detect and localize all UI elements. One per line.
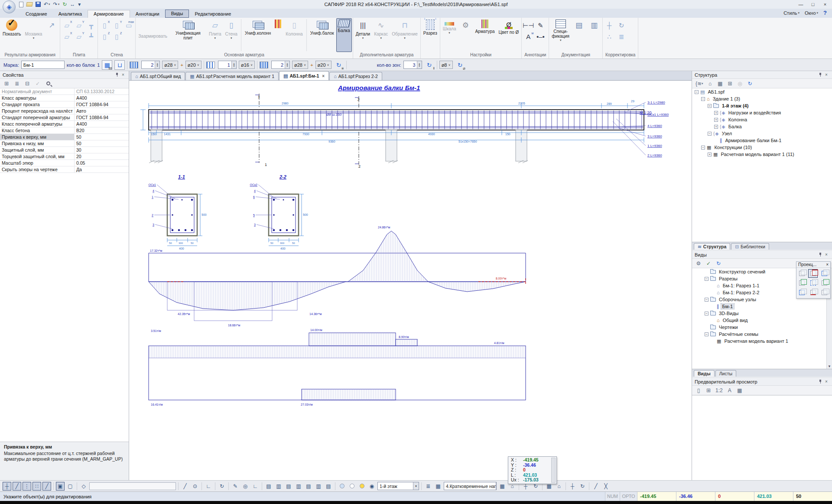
menu-tab-Армирование[interactable]: Армирование xyxy=(88,10,130,18)
wall-drop-button[interactable]: ▯Стена▾ xyxy=(224,18,239,52)
screen-lock-button[interactable]: ▣ xyxy=(56,482,65,491)
pin-icon[interactable] xyxy=(817,379,823,384)
zones-count-spinner[interactable]: 3 ▲▼ xyxy=(403,61,422,69)
screen-unlock-button[interactable]: ▢ xyxy=(66,482,75,491)
maximize-button[interactable]: □ xyxy=(807,0,819,8)
search-icon[interactable] xyxy=(45,80,51,87)
tree-item-Расчётные схемы[interactable]: −Расчётные схемы xyxy=(696,331,832,338)
grid-small-button[interactable]: ▦ xyxy=(434,482,442,491)
expand-icon[interactable]: − xyxy=(701,97,705,101)
rebar-bars-button[interactable] xyxy=(273,18,283,52)
home-icon[interactable]: ⌂ xyxy=(707,80,713,87)
proj-axon-icon[interactable] xyxy=(819,288,829,297)
preview-scale-icon[interactable]: 1:2 xyxy=(715,387,723,394)
expand-icon[interactable]: − xyxy=(705,277,708,281)
save-button[interactable] xyxy=(36,2,41,7)
open-folder-button[interactable] xyxy=(26,2,32,7)
proj-top-icon[interactable] xyxy=(808,269,818,278)
bottom-rebar-count-spinner[interactable]: 2 ▲▼ xyxy=(271,61,290,69)
expand-icon[interactable]: − xyxy=(705,298,708,302)
proj-iso-icon[interactable] xyxy=(797,288,806,297)
mid-rebar-count-spinner[interactable]: 1 ▲▼ xyxy=(218,61,237,69)
visibility-off-button[interactable] xyxy=(348,482,356,491)
menu-tab-Редактирование[interactable]: Редактирование xyxy=(189,10,237,18)
binoculars-icon[interactable]: ◎ xyxy=(737,80,743,87)
sheet-button[interactable]: ▤ xyxy=(572,18,586,52)
snap-grid-button[interactable]: ┼ xyxy=(3,482,11,491)
punch-top-button[interactable]: ┳ xyxy=(85,20,97,30)
plate-drop-button[interactable]: ▱Плита▾ xyxy=(207,18,223,52)
snap-axis-button[interactable]: ╱ xyxy=(13,482,21,491)
edit-list-button[interactable]: ≣ xyxy=(616,31,627,42)
marka-input[interactable]: Бм-1 xyxy=(21,61,65,69)
punch-bottom-button[interactable]: ┻ xyxy=(85,31,97,42)
apply-check-icon[interactable]: ✓ xyxy=(35,80,41,87)
rotate-reset-button[interactable]: ↻ xyxy=(218,482,226,491)
rebar-legend-button[interactable]: Арматура xyxy=(473,18,496,52)
stirrup-d-dropdown[interactable]: ø8∨ xyxy=(439,61,453,69)
workplane-button[interactable]: ◇ xyxy=(79,482,88,491)
snap-segment-button[interactable]: ╱ xyxy=(42,482,51,491)
drawing-canvas[interactable]: Армирование балки Бм-11212М 1:2029802205… xyxy=(129,81,692,480)
new-file-button[interactable] xyxy=(19,2,23,7)
redo-button[interactable]: ↷▾ xyxy=(53,1,60,7)
unify-plates-button[interactable]: Унификация плит xyxy=(169,18,207,52)
settings-gear-button[interactable]: ⚙ xyxy=(458,18,473,52)
show-results-button[interactable]: Показать xyxy=(1,18,23,52)
move-nodes-button[interactable]: ∴ xyxy=(604,31,615,42)
expand-icon[interactable]: + xyxy=(714,111,718,115)
expand-icon[interactable]: + xyxy=(714,118,718,122)
qat-more-button[interactable]: ▾ xyxy=(78,1,81,7)
move-button[interactable]: ┼ xyxy=(568,482,577,491)
specification-button[interactable]: Специ- фикация▾ xyxy=(550,18,571,52)
snap-guides-button[interactable]: ⋮ xyxy=(23,482,31,491)
property-row[interactable]: Класс бетонаB20 xyxy=(0,127,129,134)
rotate-button[interactable]: ↻ xyxy=(578,482,587,491)
plate-arm-x2-button[interactable]: ▱X xyxy=(61,31,72,42)
tree-item-Общий вид[interactable]: ⌂Общий вид xyxy=(696,317,832,324)
property-row[interactable]: Привязка к низу, мм50 xyxy=(0,140,129,147)
doc-tab-АБ1.spf:Разрез 2-2[interactable]: ⌂АБ1.spf:Разрез 2-2 xyxy=(329,72,382,80)
tree-item-Чертежи[interactable]: Чертежи xyxy=(696,324,832,331)
tree-item-АБ1.spf[interactable]: −▤АБ1.spf xyxy=(692,88,832,95)
doc-tab-АБ1.spf:Расчетная модель вариант 1[interactable]: ▦АБ1.spf:Расчетная модель вариант 1 xyxy=(185,72,279,80)
menu-help[interactable]: ? xyxy=(822,10,829,16)
wall-arm-z2-button[interactable]: ▯Z xyxy=(111,31,122,42)
panel-tab-Виды[interactable]: Виды xyxy=(694,370,715,377)
property-row[interactable]: Класс арматурыA400 xyxy=(0,95,129,101)
bottom-rebar-d2-dropdown[interactable]: ø20∨ xyxy=(315,61,332,69)
unify-columns-button[interactable]: Униф.колонн xyxy=(243,18,273,52)
checked-list-icon[interactable]: ⊟ xyxy=(24,80,30,87)
snap-points-button[interactable]: ∷ xyxy=(32,482,41,491)
tree-item-Узел[interactable]: −{◈Узел xyxy=(692,130,832,137)
property-row[interactable]: Торцевой защитный слой, мм20 xyxy=(0,153,129,160)
top-rebar-d2-dropdown[interactable]: ø20∨ xyxy=(185,61,202,69)
marker-button[interactable]: ◉ xyxy=(367,482,376,491)
property-row[interactable]: Нормативный документСП 63.13330.2012 xyxy=(0,88,129,95)
details-button[interactable]: |||Детали▾ xyxy=(354,18,372,52)
add-model-icon[interactable]: ⊞ xyxy=(727,80,733,87)
floor-select[interactable]: 1-й этаж▾ xyxy=(377,482,419,490)
proj-front-icon[interactable] xyxy=(797,269,806,278)
proj-left-icon[interactable] xyxy=(797,279,806,287)
proj-plan-icon[interactable] xyxy=(808,279,818,287)
close-panel-icon[interactable]: × xyxy=(120,72,126,77)
doc-tab-АБ1.spf:Бм-1[interactable]: ▤АБ1.spf:Бм-1× xyxy=(279,71,329,80)
top-rebar-d1-dropdown[interactable]: ø28∨ xyxy=(162,61,178,69)
tree-item-1-й этаж (4)[interactable]: −1-й этаж (4) xyxy=(692,102,832,109)
beam-scheme-icon[interactable]: ⊔ xyxy=(114,60,125,70)
wall-max-button[interactable]: ▭max xyxy=(123,20,134,30)
panel-tab-Библиотеки[interactable]: ⊟Библиотеки xyxy=(731,243,769,250)
proj-back-icon[interactable] xyxy=(819,279,829,287)
expand-icon[interactable]: − xyxy=(708,104,712,108)
bottom-rebar-d1-dropdown[interactable]: ø28∨ xyxy=(292,61,308,69)
proj-bottom-icon[interactable] xyxy=(808,288,818,297)
bulb-button[interactable] xyxy=(358,482,366,491)
close-panel-icon[interactable]: × xyxy=(823,379,829,384)
dim-linear-button[interactable]: ⊢⊣ xyxy=(523,20,534,30)
property-row[interactable]: Класс поперечной арматурыA400 xyxy=(0,121,129,127)
coordinate-input[interactable] xyxy=(89,482,176,490)
menu-tab-Аналитика[interactable]: Аналитика xyxy=(53,10,88,18)
wall-arm-z-button[interactable]: ▯Z xyxy=(99,31,110,42)
section-button[interactable]: Разрез xyxy=(422,18,439,52)
